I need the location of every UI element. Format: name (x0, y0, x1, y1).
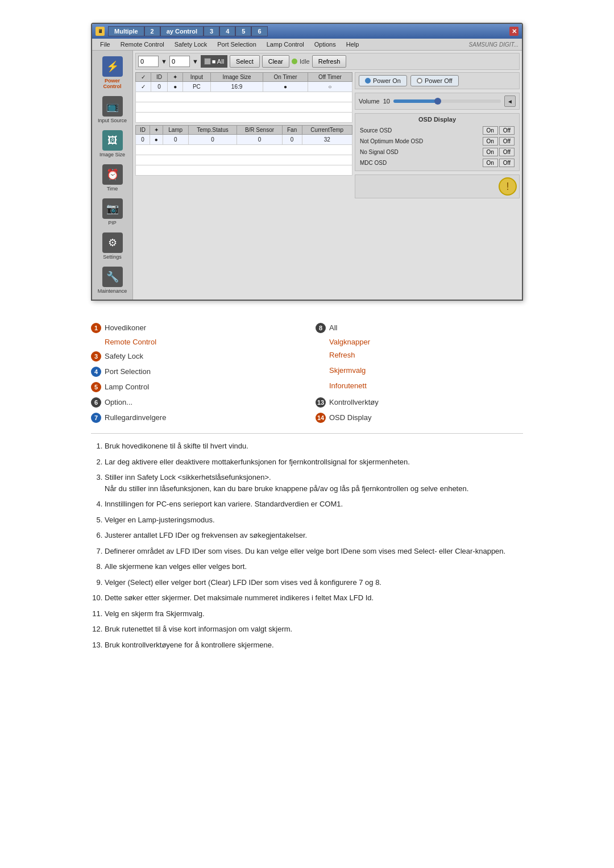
sidebar-label-settings: Settings (103, 254, 122, 260)
instruction-11: Velg en skjerm fra Skjermvalg. (105, 608, 523, 620)
instruction-5: Velger en Lamp-justeringsmodus. (105, 514, 523, 526)
osd-mdc-on[interactable]: On (483, 159, 498, 167)
instruction-12: Bruk rutenettet til å vise kort informas… (105, 624, 523, 635)
toolbar-separator2: ▼ (192, 58, 198, 65)
brand-label: SAMSUNG DIGIT... (469, 41, 518, 48)
status-dot (292, 59, 297, 64)
legend-item-13: 13 Kontrollverktøy (316, 396, 523, 409)
top-grid-empty2 (136, 102, 352, 113)
legend-num-8: 8 (316, 323, 326, 333)
cell-check: ✓ (136, 82, 151, 92)
title-tab-ay[interactable]: ay Control (160, 26, 204, 36)
app-icon: 🖥 (96, 27, 105, 36)
sidebar-item-settings[interactable]: ⚙ Settings (94, 230, 131, 262)
osd-section: OSD Display Source OSD On Off Not Optimu… (355, 113, 520, 171)
osd-row-notoptimum: Not Optimum Mode OSD On Off (358, 136, 517, 147)
legend-grid: 1 Hovedikoner 8 All Remote Control Valgk… (91, 321, 523, 424)
sidebar-item-time[interactable]: ⏰ Time (94, 162, 131, 194)
power-off-radio (417, 78, 422, 84)
main-panel: ▼ ▼ ■ All Select Clear Idle Refresh (133, 51, 522, 300)
instructions-list: Bruk hovedikonene til å skifte til hvert… (91, 441, 523, 650)
title-tab-3[interactable]: 3 (204, 26, 219, 36)
refresh-button[interactable]: Refresh (312, 55, 347, 68)
id-input-1[interactable] (138, 56, 159, 67)
menu-file[interactable]: File (96, 40, 115, 49)
id-input-2[interactable] (169, 56, 190, 67)
legend-text-8: All (329, 323, 337, 332)
sidebar-item-power[interactable]: ⚡ Power Control (94, 54, 131, 92)
cell-offtimer: ○ (308, 82, 352, 92)
sidebar-label-image: Image Size (99, 152, 125, 157)
legend-item-info: Inforutenett (316, 380, 523, 393)
menu-port-selection[interactable]: Port Selection (213, 40, 260, 49)
legend-item-rc: Remote Control (91, 337, 298, 347)
legend-num-14: 14 (316, 413, 326, 423)
alert-icon[interactable]: ! (499, 177, 517, 196)
menu-lamp-control[interactable]: Lamp Control (262, 40, 309, 49)
legend-item-5: 5 Lamp Control (91, 380, 298, 393)
volume-slider[interactable] (393, 99, 501, 103)
col-offtimer: Off Timer (308, 73, 352, 82)
top-grid-empty3 (136, 113, 352, 123)
image-size-icon: 🖼 (102, 130, 123, 151)
sidebar-item-maintenance[interactable]: 🔧 Maintenance (94, 264, 131, 296)
menu-help[interactable]: Help (342, 40, 364, 49)
legend-item-14: 14 OSD Display (316, 411, 523, 424)
legend-text-6: Option... (105, 398, 132, 406)
toolbar-row: ▼ ▼ ■ All Select Clear Idle Refresh (135, 53, 520, 70)
osd-notoptimum-off[interactable]: Off (499, 137, 515, 146)
power-off-button[interactable]: Power Off (410, 75, 459, 86)
close-button[interactable]: ✕ (509, 27, 518, 36)
volume-decrease-button[interactable]: ◄ (504, 95, 516, 107)
osd-nosignal-off[interactable]: Off (499, 148, 515, 156)
cell-imgsize: 16:9 (210, 82, 263, 92)
power-off-label: Power Off (425, 77, 453, 84)
menu-safety-lock[interactable]: Safety Lock (170, 40, 211, 49)
volume-thumb[interactable] (434, 98, 441, 105)
bottom-grid: ID ✦ Lamp Temp.Status B/R Sensor Fan Cur… (135, 125, 352, 176)
title-tab-6[interactable]: 6 (251, 26, 267, 36)
sidebar-label-input: Input Source (98, 118, 127, 123)
osd-row-source: Source OSD On Off (358, 125, 517, 136)
maintenance-icon: 🔧 (102, 267, 123, 287)
left-col: ✓ ID ✦ Input Image Size On Timer Off Tim… (135, 72, 352, 198)
volume-label: Volume (359, 98, 380, 105)
legend-item-skjermvalg: Skjermvalg (316, 365, 523, 378)
title-tab-multiple[interactable]: Multiple (108, 26, 144, 36)
osd-row-nosignal: No Signal OSD On Off (358, 147, 517, 157)
select-button[interactable]: Select (230, 55, 260, 68)
menu-remote-control[interactable]: Remote Control (116, 40, 169, 49)
osd-row-mdc: MDC OSD On Off (358, 157, 517, 168)
bcol-curtemp: CurrentTemp (302, 126, 352, 135)
title-tab-4[interactable]: 4 (219, 26, 235, 36)
power-on-button[interactable]: Power On (359, 75, 407, 86)
legend-text-3: Safety Lock (105, 352, 143, 360)
title-bar: 🖥 Multiple 2 ay Control 3 4 5 6 ✕ (92, 24, 522, 39)
title-tab-5[interactable]: 5 (235, 26, 251, 36)
bcol-fan: Fan (282, 126, 302, 135)
title-tabs: Multiple 2 ay Control 3 4 5 6 (108, 26, 268, 36)
osd-mdc-off[interactable]: Off (499, 159, 515, 167)
sidebar-item-image[interactable]: 🖼 Image Size (94, 128, 131, 160)
title-tab-2[interactable]: 2 (144, 26, 160, 36)
app-window: 🖥 Multiple 2 ay Control 3 4 5 6 ✕ File R… (91, 23, 523, 301)
bcell-fan: 0 (282, 135, 302, 145)
clear-button[interactable]: Clear (262, 55, 289, 68)
osd-nosignal-on[interactable]: On (483, 148, 498, 156)
instruction-4: Innstillingen for PC-ens serieport kan v… (105, 499, 523, 510)
sidebar-item-input[interactable]: 📺 Input Source (94, 94, 131, 126)
osd-source-on[interactable]: On (483, 126, 498, 135)
legend-num-5: 5 (91, 382, 101, 392)
osd-source-off[interactable]: Off (499, 126, 515, 135)
legend-item-7: 7 Rullegardinvelgere (91, 411, 298, 424)
sidebar-item-pip[interactable]: 📷 PIP (94, 196, 131, 228)
osd-notoptimum-label: Not Optimum Mode OSD (360, 138, 423, 144)
sidebar-label-time: Time (107, 186, 118, 192)
time-icon: ⏰ (102, 164, 123, 185)
osd-nosignal-controls: On Off (483, 148, 515, 156)
menu-options[interactable]: Options (310, 40, 341, 49)
osd-notoptimum-on[interactable]: On (483, 137, 498, 146)
all-checkbox[interactable]: ■ All (201, 55, 227, 68)
osd-nosignal-label: No Signal OSD (360, 149, 399, 155)
divider (91, 433, 523, 434)
